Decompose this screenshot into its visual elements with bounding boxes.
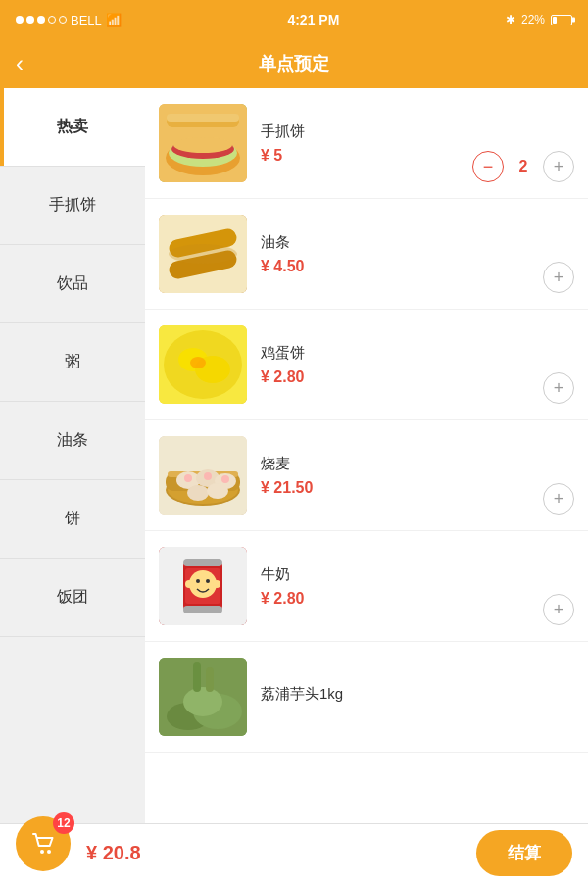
- food-name-3: 鸡蛋饼: [261, 344, 574, 363]
- checkout-button[interactable]: 结算: [476, 830, 572, 876]
- svg-rect-6: [167, 114, 239, 122]
- increase-button-5[interactable]: +: [543, 594, 574, 625]
- svg-rect-32: [183, 606, 222, 613]
- svg-rect-31: [183, 559, 222, 566]
- status-time: 4:21 PM: [287, 12, 339, 27]
- sidebar-label-youtiao: 油条: [57, 430, 88, 451]
- signal-dot-2: [26, 16, 34, 24]
- cart-icon: [29, 830, 57, 858]
- food-image-3: [159, 325, 247, 404]
- food-item-5: 牛奶 ¥ 2.80 +: [145, 531, 588, 642]
- page-title: 单点预定: [259, 52, 329, 75]
- food-controls-5: +: [543, 594, 574, 625]
- sidebar-label-drinks: 饮品: [57, 273, 88, 294]
- sidebar-label-bing: 饼: [65, 509, 80, 529]
- svg-point-10: [169, 244, 237, 264]
- svg-point-37: [185, 580, 193, 588]
- food-controls-1: − 2 +: [472, 151, 574, 182]
- increase-button-2[interactable]: +: [543, 262, 574, 293]
- food-name-5: 牛奶: [261, 565, 574, 584]
- sidebar-item-hot[interactable]: 热卖: [0, 88, 145, 167]
- svg-point-27: [204, 472, 212, 480]
- sidebar-label-porridge: 粥: [65, 352, 80, 372]
- food-info-2: 油条 ¥ 4.50: [261, 233, 574, 275]
- sidebar-item-drinks[interactable]: 饮品: [0, 245, 145, 323]
- svg-point-4: [173, 137, 232, 153]
- status-bar: BELL 📶 4:21 PM ✱ 22%: [0, 0, 588, 39]
- svg-point-38: [213, 580, 220, 588]
- food-image-6: [159, 658, 247, 736]
- signal-dot-1: [16, 16, 24, 24]
- signal-dot-3: [37, 16, 45, 24]
- cart-button[interactable]: 12: [16, 816, 71, 871]
- svg-rect-43: [193, 662, 201, 692]
- food-name-4: 烧麦: [261, 455, 574, 473]
- food-item-3: 鸡蛋饼 ¥ 2.80 +: [145, 310, 588, 420]
- sidebar-item-youtiao[interactable]: 油条: [0, 402, 145, 480]
- sidebar-item-fangtuan[interactable]: 饭团: [0, 559, 145, 637]
- food-item-6: 荔浦芋头1kg: [145, 642, 588, 753]
- svg-point-24: [187, 485, 209, 501]
- increase-button-1[interactable]: +: [543, 151, 574, 182]
- battery-fill: [553, 17, 557, 24]
- svg-point-25: [207, 483, 228, 499]
- svg-point-45: [40, 850, 44, 854]
- signal-dot-5: [59, 16, 67, 24]
- status-left: BELL 📶: [16, 13, 122, 27]
- header: ‹ 单点预定: [0, 39, 588, 88]
- sidebar-item-porridge[interactable]: 粥: [0, 323, 145, 402]
- svg-point-42: [183, 687, 222, 716]
- food-image-2: [159, 215, 247, 293]
- svg-point-15: [190, 357, 206, 368]
- food-info-5: 牛奶 ¥ 2.80: [261, 565, 574, 608]
- battery-icon: [551, 15, 572, 25]
- food-price-3: ¥ 2.80: [261, 368, 574, 386]
- sidebar-label-hot: 热卖: [57, 117, 88, 137]
- battery-percent: 22%: [521, 13, 545, 26]
- food-item-4: 烧麦 ¥ 21.50 +: [145, 420, 588, 531]
- increase-button-4[interactable]: +: [543, 483, 574, 514]
- total-price: ¥ 20.8: [71, 842, 476, 864]
- main-content: 热卖 手抓饼 饮品 粥 油条 饼 饭团: [0, 88, 588, 823]
- sidebar-item-bing[interactable]: 饼: [0, 480, 145, 559]
- carrier-label: BELL: [71, 13, 102, 27]
- svg-point-46: [47, 850, 51, 854]
- back-button[interactable]: ‹: [16, 52, 24, 75]
- food-name-6: 荔浦芋头1kg: [261, 685, 574, 704]
- wifi-icon: 📶: [106, 13, 122, 27]
- food-controls-2: +: [543, 262, 574, 293]
- food-price-2: ¥ 4.50: [261, 258, 574, 275]
- bottom-bar: 12 ¥ 20.8 结算: [0, 823, 588, 882]
- sidebar-item-shobing[interactable]: 手抓饼: [0, 167, 145, 245]
- category-sidebar: 热卖 手抓饼 饮品 粥 油条 饼 饭团: [0, 88, 145, 823]
- food-info-3: 鸡蛋饼 ¥ 2.80: [261, 344, 574, 386]
- bluetooth-icon: ✱: [506, 13, 515, 26]
- food-image-4: [159, 436, 247, 514]
- signal-dot-4: [48, 16, 56, 24]
- food-info-4: 烧麦 ¥ 21.50: [261, 455, 574, 497]
- cart-badge: 12: [53, 812, 74, 834]
- food-controls-4: +: [543, 483, 574, 514]
- svg-point-26: [184, 474, 192, 482]
- food-image-5: [159, 547, 247, 625]
- food-item-2: 油条 ¥ 4.50 +: [145, 199, 588, 310]
- food-list: 手抓饼 ¥ 5 − 2 + 油条 ¥ 4.50: [145, 88, 588, 823]
- food-name-2: 油条: [261, 233, 574, 252]
- svg-rect-44: [206, 667, 214, 692]
- increase-button-3[interactable]: +: [543, 372, 574, 404]
- decrease-button-1[interactable]: −: [472, 151, 504, 182]
- food-name-1: 手抓饼: [261, 122, 574, 141]
- svg-point-36: [206, 579, 210, 583]
- quantity-1: 2: [514, 158, 533, 175]
- svg-point-28: [221, 475, 229, 483]
- signal-dots: [16, 16, 67, 24]
- food-price-4: ¥ 21.50: [261, 479, 574, 497]
- food-image-1: [159, 104, 247, 182]
- status-right: ✱ 22%: [506, 13, 572, 26]
- svg-point-35: [196, 579, 200, 583]
- food-price-5: ¥ 2.80: [261, 590, 574, 608]
- food-item-1: 手抓饼 ¥ 5 − 2 +: [145, 88, 588, 199]
- sidebar-label-fangtuan: 饭团: [57, 587, 88, 608]
- svg-point-34: [189, 570, 217, 598]
- sidebar-label-shobing: 手抓饼: [49, 195, 96, 216]
